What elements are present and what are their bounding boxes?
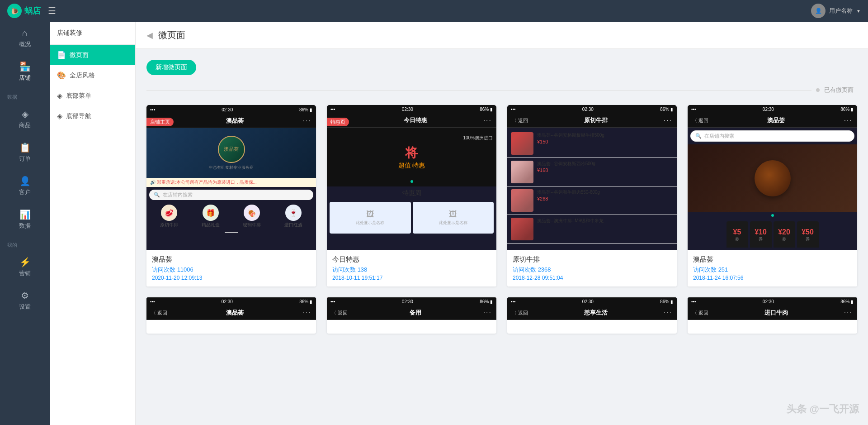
- card-6[interactable]: ••• 02:30 86% ▮ 〈 返回 备用 ···: [327, 297, 496, 334]
- card-4-visits-count: 251: [718, 266, 728, 273]
- sub-sidebar-item-bottommenu[interactable]: ◈ 底部菜单: [50, 86, 135, 106]
- coupon-3: ¥20 券: [774, 221, 795, 248]
- coupon-1-label: 券: [735, 236, 739, 242]
- sidebar-item-settings-label: 设置: [19, 303, 31, 311]
- coupon-4-amount: ¥50: [802, 228, 814, 236]
- coupon-4-label: 券: [806, 236, 810, 242]
- card-2-battery: 86% ▮: [480, 107, 493, 112]
- user-avatar: 👤: [811, 4, 826, 18]
- card-2-sub-text: 超值 特惠: [398, 162, 425, 170]
- sidebar: ⌂ 概况 🏪 店铺 数据 ◈ 商品 📋 订单 👤 客户 📊 数据 我的 ⚡ 营销: [0, 22, 50, 425]
- card-4-search: 🔍 在店铺内搜索: [690, 130, 854, 142]
- hamburger-button[interactable]: ☰: [48, 5, 56, 16]
- card-1-logo-circle: 澳品荟: [218, 136, 245, 163]
- data-icon: 📊: [19, 209, 31, 220]
- card-1[interactable]: 店铺主页 ••• 02:30 86% ▮ 〈 返回 澳品荟: [146, 105, 316, 287]
- card-3[interactable]: ••• 02:30 86% ▮ 〈 返回 原切牛排 ···: [507, 105, 677, 287]
- card-1-search-placeholder: 在店铺内搜索: [163, 191, 193, 198]
- sidebar-item-overview[interactable]: ⌂ 概况: [0, 22, 50, 55]
- sidebar-item-data-label: 数据: [19, 222, 31, 230]
- sub-sidebar: 店铺装修 📄 微页面 🎨 全店风格 ◈ 底部菜单 ◈ 底部导航: [50, 22, 136, 425]
- product-name-3: 澳品荟--谷饲和牛眼肉550-600g: [537, 189, 673, 195]
- cat-4: 🍷 进口红酒: [274, 205, 313, 228]
- sub-sidebar-item-storestyle[interactable]: 🎨 全店风格: [50, 65, 135, 86]
- card-3-name: 原切牛排: [513, 255, 671, 264]
- card-4-coupons: ¥5 券 ¥10 券 ¥20 券: [688, 219, 857, 248]
- cat-label-4: 进口红酒: [284, 222, 302, 228]
- card-1-ticker: 🔊 郑重承诺:本公司所有产品均为原装进口，品质保...: [146, 178, 316, 187]
- card-2-name: 今日特惠: [332, 255, 491, 264]
- card-4-battery: 86% ▮: [840, 107, 854, 112]
- card-8[interactable]: ••• 02:30 86% ▮ 〈 返回 进口牛肉 ···: [688, 297, 857, 334]
- sidebar-item-customer[interactable]: 👤 客户: [0, 169, 50, 203]
- product-info-1: 澳品荟--谷饲安格斯板腱牛排500g ¥150: [537, 132, 673, 144]
- shop-icon: 🏪: [19, 61, 31, 72]
- card-2-badge-text: 100%澳洲进口: [463, 135, 493, 141]
- card-6-navbar: 〈 返回 备用 ···: [327, 306, 496, 320]
- page-header: ◀ 微页面: [136, 22, 868, 49]
- top-nav: 🐌 蜗店 ☰ 👤 用户名称 ▼: [0, 0, 868, 22]
- card-4-date: 2018-11-24 16:07:56: [693, 275, 852, 281]
- sub-sidebar-item-bottomnav[interactable]: ◈ 底部导航: [50, 106, 135, 126]
- sidebar-my-section: 我的: [0, 236, 50, 250]
- card-4-time: 02:30: [763, 107, 774, 112]
- sidebar-item-shop-label: 店铺: [19, 74, 31, 82]
- card-6-more: ···: [483, 309, 492, 317]
- home-icon: ⌂: [22, 28, 28, 38]
- product-item-3: 澳品荟--谷饲和牛眼肉550-600g ¥268: [507, 186, 677, 215]
- card-1-banner: 澳品荟 生态有机食材专业服务商: [146, 128, 316, 178]
- sidebar-item-settings[interactable]: ⚙ 设置: [0, 284, 50, 317]
- card-3-product-list: 澳品荟--谷饲安格斯板腱牛排500g ¥150 澳品荟--谷饲安格斯西冷500g…: [507, 128, 677, 245]
- section-label: 已有微页面: [824, 86, 854, 94]
- img-icon-1: 🖼: [366, 210, 374, 219]
- product-name-2: 澳品荟--谷饲安格斯西冷500g: [537, 161, 673, 167]
- card-4-name: 澳品荟: [693, 255, 852, 264]
- card-4-big-image: [688, 144, 857, 212]
- sidebar-item-shop[interactable]: 🏪 店铺: [0, 55, 50, 88]
- sidebar-item-marketing[interactable]: ⚡ 营销: [0, 250, 50, 284]
- section-divider: 已有微页面: [146, 86, 857, 94]
- card-7-back: 〈 返回: [512, 310, 528, 316]
- card-6-statusbar: ••• 02:30 86% ▮: [327, 297, 496, 306]
- product-img-2: [511, 161, 533, 183]
- product-img-3: [511, 189, 533, 212]
- sidebar-item-data[interactable]: 📊 数据: [0, 203, 50, 236]
- page-body: 新增微页面 已有微页面 店铺主页 ••• 02:30 86%: [136, 49, 868, 344]
- card-2[interactable]: 特惠页 ••• 02:30 86% ▮ 〈 返回 今日特惠 ···: [327, 105, 496, 287]
- card-5[interactable]: ••• 02:30 86% ▮ 〈 返回 澳品荟 ···: [146, 297, 316, 334]
- card-2-navbar: 〈 返回 今日特惠 ···: [327, 114, 496, 128]
- nav-left: 🐌 蜗店 ☰: [7, 4, 56, 18]
- coupon-1-amount: ¥5: [733, 228, 741, 236]
- divider-dot: [816, 88, 820, 92]
- sidebar-data-section: 数据: [0, 88, 50, 102]
- product-price-2: ¥168: [537, 167, 673, 173]
- cards-grid: 店铺主页 ••• 02:30 86% ▮ 〈 返回 澳品荟: [146, 105, 857, 287]
- sub-sidebar-item-micropage[interactable]: 📄 微页面: [50, 45, 135, 65]
- card-8-statusbar: ••• 02:30 86% ▮: [688, 297, 857, 306]
- marketing-icon: ⚡: [19, 257, 31, 267]
- card-4[interactable]: ••• 02:30 86% ▮ 〈 返回 澳品荟 ··· 🔍: [688, 105, 857, 287]
- card-2-img-grid: 🖼 此处显示是名称 🖼 此处显示是名称: [327, 200, 496, 235]
- add-micropage-button[interactable]: 新增微页面: [146, 60, 196, 75]
- card-2-dots: [410, 180, 413, 183]
- card-1-search: 🔍 在店铺内搜索: [149, 190, 313, 200]
- wifi-icon: 86%: [299, 107, 308, 112]
- sidebar-item-customer-label: 客户: [19, 188, 31, 196]
- sidebar-item-goods[interactable]: ◈ 商品: [0, 102, 50, 136]
- card-7-more: ···: [664, 309, 672, 317]
- back-button[interactable]: ◀: [146, 30, 153, 40]
- card-2-more: ···: [483, 116, 492, 124]
- sidebar-item-order[interactable]: 📋 订单: [0, 136, 50, 169]
- card-7-battery: 86% ▮: [660, 299, 673, 304]
- card-7[interactable]: ••• 02:30 86% ▮ 〈 返回 恙享生活 ···: [507, 297, 677, 334]
- card-2-visits-label: 访问次数: [332, 266, 356, 273]
- card-4-visits: 访问次数 251: [693, 266, 852, 274]
- user-dropdown-icon[interactable]: ▼: [856, 9, 861, 14]
- card-1-info: 澳品荟 访问次数 11006 2020-11-20 12:09:13: [146, 250, 316, 287]
- product-item-4: 澳品荟--澳洲牛排--M9级和牛米龙: [507, 215, 677, 244]
- nav-right: 👤 用户名称 ▼: [811, 4, 861, 18]
- card-2-signal: •••: [330, 107, 335, 112]
- product-name-4: 澳品荟--澳洲牛排--M9级和牛米龙: [537, 218, 673, 224]
- battery-icon: ▮: [310, 107, 312, 112]
- card-2-phone-title: 今日特惠: [404, 116, 427, 124]
